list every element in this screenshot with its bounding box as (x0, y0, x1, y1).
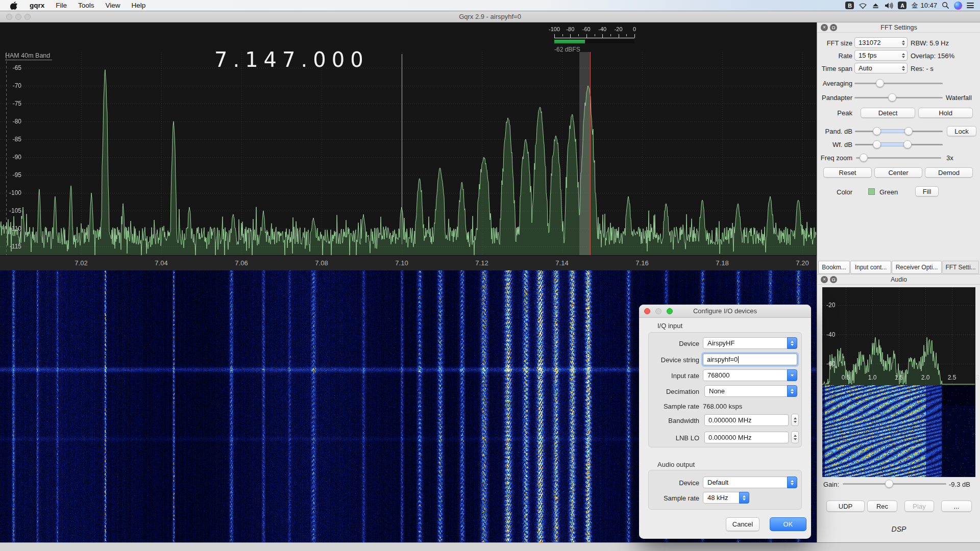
frequency-readout[interactable]: 7.147.000 (214, 48, 347, 71)
peak-hold-button[interactable]: Hold (918, 108, 973, 118)
audio-db-tick-label: -60 (826, 360, 835, 367)
ok-button[interactable]: OK (770, 517, 806, 531)
stepper-icon[interactable] (902, 63, 905, 73)
decimation-value: None (709, 387, 725, 395)
audio-spectrum[interactable]: -20-40-60 0.51.01.52.02.53. (822, 287, 975, 385)
play-button[interactable]: Play (904, 500, 934, 512)
menu-clock-time[interactable]: 10:47 (920, 2, 937, 9)
db-tick-label: -85 (1, 136, 21, 143)
rate-value: 15 fps (859, 52, 876, 59)
db-tick-label: -70 (1, 82, 21, 89)
meter-tick-label: -60 (582, 26, 591, 32)
freq-tick-label: 7.20 (796, 259, 808, 267)
cancel-button[interactable]: Cancel (726, 517, 760, 531)
device-string-label: Device string (648, 356, 699, 364)
rec-button[interactable]: Rec (867, 500, 897, 512)
input-source-icon[interactable]: A (898, 2, 906, 9)
app-status-icon[interactable]: B (845, 2, 854, 9)
time-span-label: Time span (817, 63, 852, 74)
notification-center-icon[interactable] (967, 2, 974, 10)
menu-file[interactable]: File (50, 0, 72, 11)
apple-menu[interactable] (0, 0, 24, 11)
res-text: Res: - s (911, 65, 934, 72)
decimation-combo[interactable]: None (704, 385, 797, 397)
slider-handle[interactable] (873, 140, 881, 148)
apple-icon (10, 1, 18, 10)
menu-tools[interactable]: Tools (72, 0, 100, 11)
lnb-lo-input[interactable]: 0.000000 MHz (704, 432, 789, 443)
demod-button[interactable]: Demod (925, 167, 973, 178)
waterfall-db-range-slider[interactable] (855, 140, 943, 148)
meter-bar (554, 40, 585, 43)
color-swatch[interactable] (868, 188, 875, 195)
freq-zoom-slider[interactable] (856, 154, 941, 162)
stepper-icon[interactable] (787, 337, 797, 349)
audio-waterfall[interactable] (822, 385, 975, 477)
db-tick-label: -105 (1, 207, 21, 214)
volume-icon[interactable] (884, 2, 893, 9)
fft-size-combo[interactable]: 131072 (854, 37, 908, 48)
tab-fft-settings[interactable]: FFT Setti... (942, 261, 979, 274)
stepper-icon[interactable] (739, 492, 749, 504)
bandplan-label: HAM 40m Band (5, 52, 52, 60)
slider-handle[interactable] (903, 140, 912, 148)
siri-icon[interactable] (954, 2, 962, 10)
pandapter-spectrum[interactable]: HAM 40m Band 7.147.000 -65-70-75-80-85-9… (0, 22, 817, 255)
dsp-label: DSP (817, 525, 980, 533)
stepper-icon[interactable] (902, 51, 905, 60)
wifi-icon[interactable] (859, 2, 867, 9)
device-combo[interactable]: AirspyHF (703, 337, 797, 349)
eject-icon[interactable] (872, 2, 879, 9)
audio-spectrum-canvas[interactable] (822, 287, 975, 385)
lock-button[interactable]: Lock (947, 126, 976, 136)
frequency-axis[interactable]: 7.027.047.067.087.107.127.147.167.187.20 (0, 255, 817, 270)
stepper-icon[interactable] (787, 385, 797, 397)
reset-button[interactable]: Reset (823, 167, 872, 178)
more-options-button[interactable]: ... (941, 500, 972, 512)
db-tick-label: -100 (1, 189, 21, 196)
peak-detect-button[interactable]: Detect (861, 108, 915, 118)
menu-clock-day[interactable]: 金 (911, 1, 918, 10)
slider-handle[interactable] (888, 93, 896, 102)
slider-handle[interactable] (885, 480, 893, 488)
audio-panel-header: × Audio (817, 274, 980, 285)
slider-handle[interactable] (904, 127, 913, 135)
averaging-slider[interactable] (854, 79, 943, 87)
time-span-combo[interactable]: Auto (854, 63, 908, 73)
lnb-lo-stepper-icon[interactable] (791, 431, 799, 443)
pandapter-db-range-slider[interactable] (855, 127, 943, 135)
menu-view[interactable]: View (100, 0, 126, 11)
menu-help[interactable]: Help (126, 0, 152, 11)
dropdown-icon[interactable] (787, 369, 797, 381)
bandwidth-input[interactable]: 0.000000 MHz (704, 414, 789, 426)
db-tick-label: -115 (1, 243, 21, 250)
center-button[interactable]: Center (874, 167, 922, 178)
output-rate-label: Sample rate (648, 494, 699, 502)
stepper-icon[interactable] (902, 38, 905, 47)
sample-rate-value: 768.000 ksps (703, 403, 742, 410)
slider-handle[interactable] (876, 79, 884, 87)
window-title-bar: Gqrx 2.9 - airspyhf=0 (0, 11, 980, 22)
device-string-input[interactable]: airspyhf=0 (703, 354, 797, 365)
input-rate-combo[interactable]: 768000 (703, 369, 797, 381)
bandwidth-stepper-icon[interactable] (791, 414, 799, 426)
gain-label: Gain: (823, 481, 839, 488)
spotlight-search-icon[interactable] (942, 2, 949, 9)
pandapter-split-slider[interactable] (854, 93, 943, 102)
output-rate-combo[interactable]: 48 kHz (703, 492, 749, 504)
color-value: Green (879, 188, 898, 196)
fill-button[interactable]: Fill (915, 186, 939, 196)
rate-combo[interactable]: 15 fps (854, 50, 908, 61)
tab-input-controls[interactable]: Input cont... (850, 261, 891, 274)
udp-button[interactable]: UDP (826, 500, 865, 512)
audio-gain-slider[interactable] (843, 480, 946, 488)
output-device-combo[interactable]: Default (703, 477, 797, 488)
slider-handle[interactable] (873, 127, 881, 135)
menu-app-name[interactable]: gqrx (24, 0, 50, 11)
spectrum-canvas[interactable] (0, 22, 817, 255)
stepper-icon[interactable] (787, 477, 797, 488)
tab-receiver-options[interactable]: Receiver Opti... (892, 261, 942, 274)
audio-khz-tick-label: 0.5 (842, 374, 850, 381)
tab-bookmarks[interactable]: Bookm... (818, 261, 850, 274)
slider-handle[interactable] (860, 154, 868, 162)
